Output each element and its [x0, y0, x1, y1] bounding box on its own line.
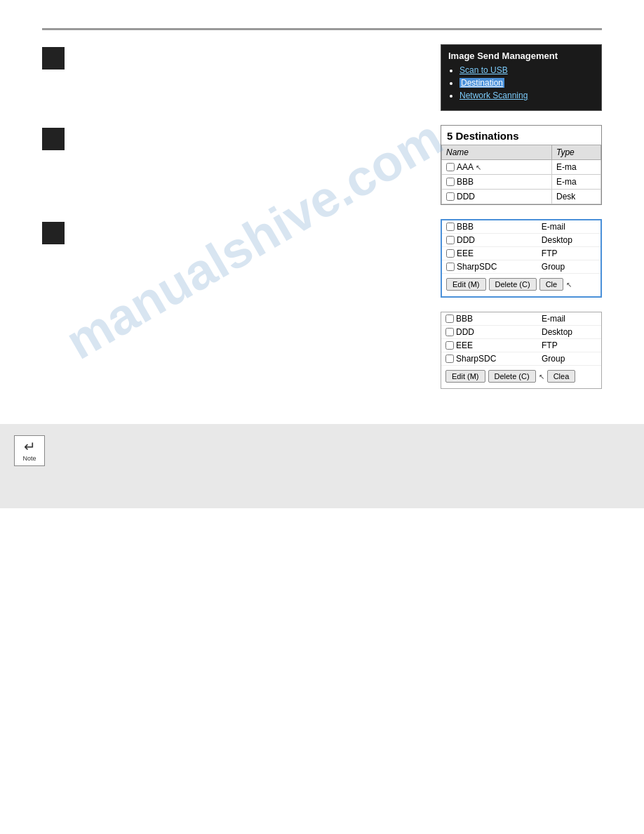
section-3: BBB E-mail DDD [42, 219, 602, 298]
name-aaa: AAA [457, 162, 474, 172]
section-4-text [79, 312, 427, 368]
row-bbb-type-4: E-mail [537, 312, 601, 326]
row-ddd-type-4: Desktop [537, 326, 601, 339]
note-icon-box: ↵ Note [14, 435, 45, 466]
name-bbb-3: BBB [457, 222, 474, 232]
note-label: Note [22, 455, 36, 462]
menu-list: Scan to USB Destination Network Scanning [448, 65, 594, 100]
scan-to-usb-link[interactable]: Scan to USB [459, 65, 508, 75]
table-row: DDD Desk [442, 190, 601, 204]
cursor-aaa: ↖ [476, 164, 481, 171]
dest-list-panel-4: BBB E-mail DDD [441, 312, 602, 389]
step-indicator-2 [42, 128, 65, 150]
row-ddd-name-4: DDD [441, 326, 537, 339]
step-indicator-3 [42, 222, 65, 244]
section-1: Image Send Management Scan to USB Destin… [42, 44, 602, 111]
row-eee-name-4: EEE [441, 339, 537, 352]
section-2: 5 Destinations Name Type [42, 125, 602, 205]
checkbox-bbb[interactable] [446, 178, 455, 186]
checkbox-eee-4[interactable] [445, 341, 454, 350]
name-eee-3: EEE [457, 249, 474, 258]
section-1-panel: Image Send Management Scan to USB Destin… [441, 44, 602, 111]
checkbox-eee-3[interactable] [446, 249, 455, 258]
section-1-text [79, 44, 427, 100]
edit-button-4[interactable]: Edit (M) [445, 370, 485, 383]
row-eee-type-3: FTP [537, 247, 601, 260]
table-row: EEE FTP [441, 339, 601, 352]
name-ddd-4: DDD [456, 327, 474, 337]
checkbox-bbb-4[interactable] [445, 315, 454, 323]
name-eee-4: EEE [456, 340, 473, 350]
checkbox-sharpsdc-4[interactable] [445, 355, 454, 363]
table-row: AAA ↖ E-ma [442, 160, 601, 175]
name-sharpsdc-4: SharpSDC [456, 354, 496, 364]
table-row: BBB E-mail [441, 312, 601, 326]
col-type: Type [552, 145, 601, 160]
row-sharpsdc-name-4: SharpSDC [441, 352, 537, 366]
dest-list-table-4: BBB E-mail DDD [441, 312, 601, 366]
section-2-text [79, 125, 427, 181]
checkbox-sharpsdc-3[interactable] [446, 263, 455, 271]
table-row: BBB E-mail [442, 220, 601, 234]
image-send-management-panel: Image Send Management Scan to USB Destin… [441, 44, 602, 111]
section-3-text [79, 219, 427, 275]
row-bbb-name-4: BBB [441, 312, 537, 326]
row-sharpsdc-name-3: SharpSDC [442, 260, 537, 274]
note-icon: ↵ [24, 439, 36, 454]
dest-list-panel-3: BBB E-mail DDD [441, 219, 602, 298]
row-eee-type-4: FTP [537, 339, 601, 352]
row-ddd-name: DDD [442, 190, 552, 204]
destinations-table: Name Type AAA ↖ [441, 145, 601, 204]
table-row: EEE FTP [442, 247, 601, 260]
clear-button-4[interactable]: Clea [547, 370, 576, 383]
button-row-3: Edit (M) Delete (C) Cle ↖ [442, 274, 601, 293]
row-sharpsdc-type-4: Group [537, 352, 601, 366]
cursor-delete-4: ↖ [539, 373, 544, 380]
row-bbb-name-3: BBB [442, 220, 537, 234]
section-4-panel: BBB E-mail DDD [441, 312, 602, 389]
row-sharpsdc-type-3: Group [537, 260, 601, 274]
menu-item-destination[interactable]: Destination [459, 78, 594, 88]
network-scanning-link[interactable]: Network Scanning [459, 91, 528, 100]
button-row-4: Edit (M) Delete (C) ↖ Clea [441, 366, 601, 385]
name-ddd: DDD [457, 192, 475, 201]
checkbox-ddd[interactable] [446, 192, 455, 201]
edit-button-3[interactable]: Edit (M) [446, 278, 486, 291]
menu-item-scan-to-usb[interactable]: Scan to USB [459, 65, 594, 75]
cursor-edit-3: ↖ [566, 281, 572, 289]
row-aaa-name: AAA ↖ [442, 160, 552, 175]
row-ddd-type: Desk [552, 190, 601, 204]
destination-link[interactable]: Destination [459, 78, 504, 88]
col-name: Name [442, 145, 552, 160]
checkbox-aaa[interactable] [446, 163, 455, 171]
table-row: BBB E-ma [442, 175, 601, 190]
table-row: SharpSDC Group [442, 260, 601, 274]
checkbox-ddd-3[interactable] [446, 236, 455, 244]
row-bbb-type: E-ma [552, 175, 601, 190]
row-bbb-type-3: E-mail [537, 220, 601, 234]
name-ddd-3: DDD [457, 235, 475, 245]
name-sharpsdc-3: SharpSDC [457, 262, 497, 272]
checkbox-bbb-3[interactable] [446, 223, 455, 231]
delete-button-3[interactable]: Delete (C) [489, 278, 537, 291]
dest-list-table-3: BBB E-mail DDD [442, 220, 601, 274]
destinations-title: 5 Destinations [441, 126, 601, 145]
name-bbb: BBB [457, 177, 474, 187]
row-eee-name-3: EEE [442, 247, 537, 260]
step-indicator-1 [42, 47, 65, 70]
destinations-panel: 5 Destinations Name Type [441, 125, 602, 205]
table-row: DDD Desktop [441, 326, 601, 339]
name-bbb-4: BBB [456, 314, 473, 324]
table-row: DDD Desktop [442, 234, 601, 247]
note-section: ↵ Note [0, 424, 644, 508]
table-row: SharpSDC Group [441, 352, 601, 366]
checkbox-ddd-4[interactable] [445, 328, 454, 336]
section-2-panel: 5 Destinations Name Type [441, 125, 602, 205]
row-aaa-type: E-ma [552, 160, 601, 175]
row-ddd-type-3: Desktop [537, 234, 601, 247]
menu-item-network-scanning[interactable]: Network Scanning [459, 91, 594, 100]
row-ddd-name-3: DDD [442, 234, 537, 247]
delete-button-4[interactable]: Delete (C) [488, 370, 536, 383]
row-bbb-name: BBB [442, 175, 552, 190]
clear-button-3[interactable]: Cle [539, 278, 564, 291]
